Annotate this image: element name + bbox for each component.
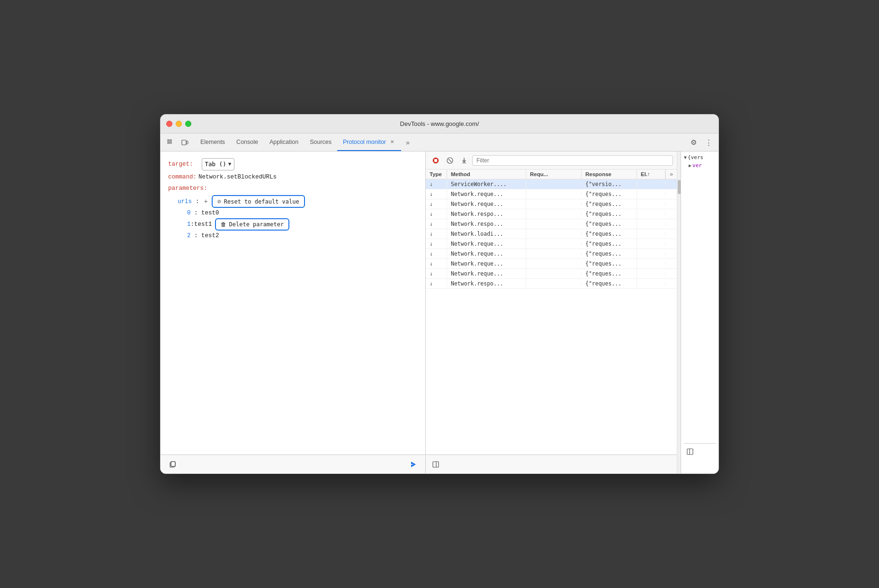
cell-request: [526, 213, 582, 215]
tab-application[interactable]: Application: [264, 134, 304, 151]
delete-parameter-button[interactable]: 🗑 Delete parameter: [215, 218, 290, 231]
svg-rect-11: [434, 159, 437, 162]
devtools-tabbar: Elements Console Application Sources Pro…: [161, 134, 718, 151]
target-value: Tab (): [205, 160, 226, 169]
urls-colon: :: [196, 198, 199, 205]
tabs-more-button[interactable]: »: [403, 139, 413, 146]
cell-elapsed: [637, 282, 665, 285]
trash-icon: 🗑: [221, 221, 226, 228]
cell-request: [526, 223, 582, 225]
cell-elapsed: [637, 232, 665, 235]
cell-method: Network.reque...: [447, 199, 526, 209]
cell-request: [526, 183, 582, 186]
table-row[interactable]: ↓ Network.reque... {"reques...: [426, 199, 677, 209]
send-button[interactable]: [407, 458, 420, 471]
more-options-icon[interactable]: ⋮: [702, 136, 715, 149]
sidebar-toggle-icon[interactable]: [430, 458, 442, 471]
parameters-label: parameters:: [168, 184, 207, 193]
left-footer: [161, 454, 425, 473]
filter-input[interactable]: [472, 155, 673, 166]
cell-response: {"reques...: [582, 219, 637, 229]
cell-type: ↓: [426, 269, 447, 278]
cell-type: ↓: [426, 219, 447, 229]
columns-more-icon[interactable]: »: [665, 169, 677, 179]
left-panel: target: Tab () ▼ command: Network.setBlo…: [161, 151, 426, 473]
scrollbar-track[interactable]: [677, 151, 681, 473]
table-row[interactable]: ↓ Network.respo... {"reques...: [426, 279, 677, 289]
svg-marker-9: [411, 462, 416, 467]
cell-method: Network.respo...: [447, 209, 526, 219]
reset-to-default-button[interactable]: ⊘ Reset to default value: [212, 195, 305, 208]
tab-close-icon[interactable]: ✕: [389, 139, 395, 145]
command-label: command:: [168, 172, 197, 182]
device-toggle-icon[interactable]: [179, 136, 191, 149]
item-value-0: test0: [201, 210, 219, 216]
clear-button[interactable]: [444, 154, 456, 167]
cell-request: [526, 232, 582, 235]
target-row: target: Tab () ▼: [168, 158, 418, 170]
item-row-0: 0 : test0: [187, 210, 418, 216]
table-row[interactable]: ↓ Network.reque... {"reques...: [426, 239, 677, 249]
download-button[interactable]: [458, 154, 470, 167]
parameters-row: parameters:: [168, 184, 418, 193]
table-row[interactable]: ↓ Network.reque... {"reques...: [426, 269, 677, 279]
target-select[interactable]: Tab () ▼: [202, 158, 235, 170]
table-row[interactable]: ↓ Network.reque... {"reques...: [426, 249, 677, 259]
tab-elements[interactable]: Elements: [195, 134, 231, 151]
pm-table-header: Type Method Requ... Response El.↑ »: [426, 169, 677, 179]
table-row[interactable]: ↓ Network.respo... {"reques...: [426, 209, 677, 219]
add-url-button[interactable]: +: [204, 198, 208, 205]
command-row: command: Network.setBlockedURLs: [168, 172, 418, 182]
window-title: DevTools - www.google.com/: [400, 120, 479, 127]
table-row[interactable]: ↓ Network.reque... {"reques...: [426, 259, 677, 269]
cell-method: ServiceWorker....: [447, 179, 526, 189]
item-index-2: 2: [187, 232, 191, 239]
cell-request: [526, 203, 582, 205]
copy-icon[interactable]: [166, 458, 179, 471]
cell-request: [526, 282, 582, 285]
titlebar: DevTools - www.google.com/: [161, 115, 718, 134]
svg-rect-15: [433, 462, 439, 467]
table-row[interactable]: ↓ ServiceWorker.... {"versio...: [426, 179, 677, 189]
item-index-0: 0: [187, 210, 191, 216]
cell-type: ↓: [426, 229, 447, 239]
cell-type: ↓: [426, 259, 447, 268]
traffic-lights: [166, 121, 191, 127]
pm-table[interactable]: Type Method Requ... Response El.↑ » ↓ Se…: [426, 169, 677, 454]
maximize-button[interactable]: [185, 121, 191, 127]
tab-protocol-monitor[interactable]: Protocol monitor ✕: [337, 134, 401, 151]
svg-line-13: [448, 159, 451, 162]
cell-response: {"reques...: [582, 209, 637, 219]
cell-elapsed: [637, 252, 665, 255]
cell-request: [526, 252, 582, 255]
cell-elapsed: [637, 272, 665, 275]
table-row[interactable]: ↓ Network.loadi... {"reques...: [426, 229, 677, 239]
tab-sources[interactable]: Sources: [304, 134, 337, 151]
svg-rect-5: [187, 141, 188, 144]
item-value-2: test2: [201, 232, 219, 239]
detail-line2: ver: [692, 162, 702, 169]
settings-icon[interactable]: ⚙: [687, 136, 700, 149]
cursor-icon[interactable]: [164, 136, 177, 149]
svg-rect-0: [168, 140, 169, 141]
cell-method: Network.respo...: [447, 279, 526, 288]
cell-method: Network.loadi...: [447, 229, 526, 239]
cell-method: Network.reque...: [447, 239, 526, 249]
tabs-right-actions: ⚙ ⋮: [687, 136, 715, 149]
detail-panel: ▼ {vers ▶ ver: [681, 151, 718, 473]
cell-response: {"reques...: [582, 279, 637, 288]
tab-console[interactable]: Console: [231, 134, 264, 151]
table-row[interactable]: ↓ Network.respo... {"reques...: [426, 219, 677, 229]
header-request: Requ...: [526, 169, 582, 179]
item-index-1: 1: [187, 221, 191, 228]
cell-elapsed: [637, 242, 665, 245]
detail-footer-icon[interactable]: [684, 445, 696, 458]
close-button[interactable]: [166, 121, 172, 127]
pm-footer: [426, 454, 677, 473]
minimize-button[interactable]: [176, 121, 182, 127]
cell-method: Network.reque...: [447, 249, 526, 258]
item-value-1: test1: [194, 221, 212, 228]
table-row[interactable]: ↓ Network.reque... {"reques...: [426, 189, 677, 199]
record-stop-button[interactable]: [430, 154, 442, 167]
right-panel: Type Method Requ... Response El.↑ » ↓ Se…: [426, 151, 718, 473]
